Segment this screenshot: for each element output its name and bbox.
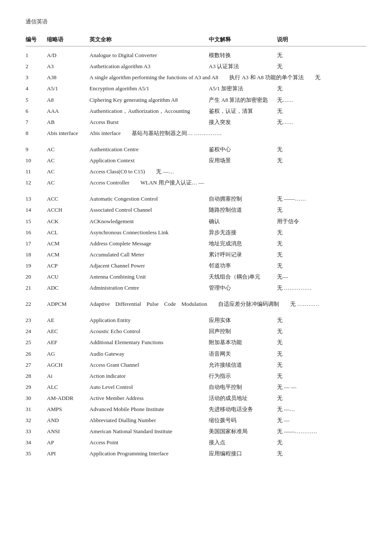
- row-abbr: AC: [47, 145, 89, 154]
- row-abbr: ACM: [47, 239, 89, 248]
- row-cn: 确认: [209, 217, 277, 226]
- row-abbr: AB: [47, 118, 89, 127]
- table-row: 35 API Application Programming Interface…: [26, 448, 366, 459]
- row-en: Advanced Mobile Phone Institute: [89, 405, 209, 414]
- row-num: 33: [26, 427, 47, 436]
- row-abbr: ADC: [47, 283, 89, 293]
- row-abbr: ACL: [47, 228, 89, 237]
- row-en: Auto Level Control: [89, 382, 209, 392]
- row-abbr: ACK: [47, 217, 89, 226]
- row-num: 18: [26, 250, 47, 259]
- row-abbr: Ai: [47, 371, 89, 381]
- row-cn: 自动电平控制: [209, 382, 277, 392]
- row-num: 26: [26, 349, 47, 359]
- row-num: 28: [26, 371, 47, 381]
- row-abbr: A38: [47, 73, 89, 82]
- table-row: 8 Abis interface Abis interface 基站与基站控制器…: [26, 128, 366, 139]
- row-abbr: AP: [47, 438, 89, 447]
- row-note: 无: [277, 371, 366, 381]
- row-cn: 天线组合（耦合)单元: [209, 272, 277, 282]
- row-num: 25: [26, 338, 47, 347]
- row-num: 22: [26, 299, 47, 309]
- row-cn: 管理中心: [209, 283, 277, 293]
- table-row: 17 ACM Address Complete Message 地址完成消息 无: [26, 238, 366, 249]
- row-num: 4: [26, 84, 47, 93]
- row-cn: 应用实体: [209, 316, 277, 325]
- table-row: 3 A38 A single algorithm performing the …: [26, 72, 366, 83]
- table-row: 23 AE Application Entity 应用实体 无: [26, 315, 366, 326]
- row-note: 无: [277, 327, 366, 336]
- row-abbr: ADPCM: [47, 299, 89, 309]
- table-row: 20 ACU Antenna Combining Unit 天线组合（耦合)单元…: [26, 271, 366, 282]
- row-num: 23: [26, 316, 47, 325]
- row-note: 无 ——…………: [277, 427, 366, 436]
- table-row: 24 AEC Acoustic Echo Control 回声控制 无: [26, 326, 366, 337]
- row-num: 14: [26, 205, 47, 215]
- row-en: Authentication Centre: [89, 145, 209, 154]
- table-row: 14 ACCH Associated Control Channel 随路控制信…: [26, 204, 366, 216]
- table-row: 30 AM-ADDR Active Member Address 活动的成员地址…: [26, 393, 366, 404]
- row-num: 5: [26, 95, 47, 105]
- row-en: Antenna Combining Unit: [89, 272, 209, 282]
- table-row: 22 ADPCM Adaptive Differential Pulse Cod…: [26, 299, 366, 310]
- row-cn: 缩位拨号码: [209, 416, 277, 425]
- row-note: 无: [277, 449, 366, 458]
- row-note: 无—: [277, 272, 366, 282]
- row-cn: 自动拥塞控制: [209, 194, 277, 204]
- row-abbr: AC: [47, 167, 89, 176]
- header-num: 编号: [26, 35, 47, 44]
- row-en: Access Point: [89, 438, 209, 447]
- row-num: 19: [26, 261, 47, 270]
- row-abbr: AEC: [47, 327, 89, 336]
- row-abbr: ACM: [47, 250, 89, 259]
- table-row: 1 A/D Analogue to Digital Converter 模数转换…: [26, 50, 366, 61]
- row-en: Asynchronous Connectionless Link: [89, 228, 209, 237]
- row-note: 无 ……………: [277, 283, 366, 293]
- row-num: 6: [26, 106, 47, 116]
- table-row: 21 ADC Administration Centre 管理中心 无 ……………: [26, 282, 366, 293]
- table-row: 31 AMPS Advanced Mobile Phone Institute …: [26, 404, 366, 415]
- row-cn: 随路控制信道: [209, 205, 277, 215]
- row-abbr: AM-ADDR: [47, 394, 89, 403]
- row-note: 无: [277, 394, 366, 403]
- row-en: Application Context: [89, 156, 209, 165]
- header-note: 说明: [277, 35, 366, 44]
- row-cn: 地址完成消息: [209, 239, 277, 248]
- row-num: 21: [26, 283, 47, 293]
- row-abbr: A/D: [47, 51, 89, 60]
- table-row: 32 AND Abbreviated Dialling Number 缩位拨号码…: [26, 415, 366, 426]
- table-row: 5 A8 Ciphering Key generating algorithm …: [26, 95, 366, 106]
- row-cn: 行为指示: [209, 371, 277, 381]
- table-row: 34 AP Access Point 接入点 无: [26, 437, 366, 448]
- row-en: A single algorithm performing the functi…: [89, 73, 366, 82]
- row-cn: 鉴权，认证，清算: [209, 106, 277, 116]
- row-note: 无: [277, 338, 366, 347]
- row-note: 无 —…: [277, 405, 366, 414]
- row-cn: 应用场景: [209, 156, 277, 165]
- row-num: 32: [26, 416, 47, 425]
- row-note: 无: [277, 106, 366, 116]
- row-cn: 应用编程接口: [209, 449, 277, 458]
- row-num: 31: [26, 405, 47, 414]
- row-en: Audio Gateway: [89, 349, 209, 359]
- row-en: Access Grant Channel: [89, 360, 209, 370]
- table-row: 2 A3 Authetication algorithm A3 A3 认证算法 …: [26, 61, 366, 72]
- row-en: Ciphering Key generating algorithm A8: [89, 95, 209, 105]
- row-en: Automatic Congestion Control: [89, 194, 209, 204]
- table-row: 10 AC Application Context 应用场景 无: [26, 155, 366, 166]
- row-abbr: ACU: [47, 272, 89, 282]
- row-en: Application Programming Interface: [89, 449, 209, 458]
- table-row: 9 AC Authentication Centre 鉴权中心 无: [26, 144, 366, 155]
- row-abbr: AND: [47, 416, 89, 425]
- table-row: 6 AAA Authentication，Authorization，Accou…: [26, 106, 366, 117]
- row-num: 30: [26, 394, 47, 403]
- table-row: 11 AC Access Class(C0 to C15) 无 —…: [26, 166, 366, 177]
- row-num: 3: [26, 73, 47, 82]
- row-en: Active Member Address: [89, 394, 209, 403]
- table-row: 33 ANSI American National Standard Insti…: [26, 426, 366, 437]
- row-cn: 美国国家标准局: [209, 427, 277, 436]
- row-note: 无: [277, 51, 366, 60]
- row-abbr: AC: [47, 156, 89, 165]
- row-abbr: AGCH: [47, 360, 89, 370]
- table-header: 编号 缩略语 英文全称 中文解释 说明: [26, 35, 366, 46]
